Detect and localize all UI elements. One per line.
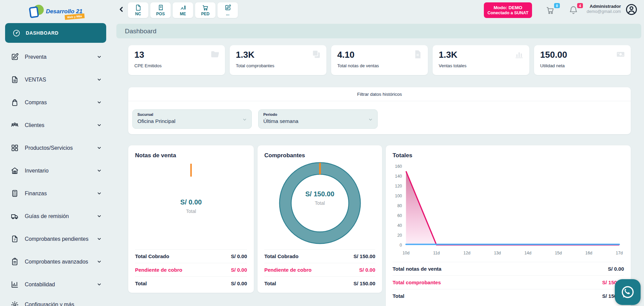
sidebar-item-label: Comprobantes pendientes	[25, 236, 91, 242]
sidebar-item-clientes[interactable]: Clientes	[0, 114, 111, 137]
pos-button[interactable]: POS	[150, 2, 171, 18]
comprobantes-donut-chart: S/ 150.00 Total	[279, 162, 361, 245]
sidebar-item-configuracion[interactable]: Configuración y más	[0, 296, 111, 306]
sidebar-item-label: VENTAS	[25, 77, 91, 83]
credit-note-icon	[135, 4, 142, 11]
user-menu[interactable]: Administrador demo@gmail.com	[575, 4, 621, 14]
sidebar-item-productos[interactable]: Productos/Servicios	[0, 137, 111, 159]
svg-text:0: 0	[400, 243, 402, 248]
chevron-down-icon	[97, 123, 102, 128]
topbar: NC POS ME PED ...	[111, 0, 644, 20]
summary-rows: Total CobradoS/ 0.00 Pendiente de cobroS…	[135, 249, 247, 290]
page-title-bar: Dashboard	[116, 24, 641, 38]
clipboard-icon	[11, 257, 19, 266]
totales-area-chart: 02040608010012014016010d11d12d13d14d15d1…	[393, 160, 624, 258]
donut-orange-tick	[190, 164, 192, 177]
sidebar-item-label: Productos/Servicios	[25, 145, 91, 151]
svg-text:120: 120	[395, 184, 402, 188]
svg-text:160: 160	[395, 164, 402, 169]
sucursal-label: Sucursal	[137, 112, 247, 116]
svg-text:15d: 15d	[555, 251, 562, 255]
gear-icon	[11, 301, 19, 306]
sidebar-item-preventa[interactable]: Preventa	[0, 46, 111, 68]
brand-logo-icon	[29, 4, 44, 19]
sidebar-item-comprobantes-avanzados[interactable]: Comprobantes avanzados	[0, 250, 111, 273]
action-label: ME	[180, 12, 186, 16]
summary-rows: Total CobradoS/ 150.00 Pendiente de cobr…	[264, 249, 375, 290]
svg-text:10d: 10d	[402, 251, 410, 255]
donut-center-label: Total	[135, 209, 247, 214]
sidebar-item-contabilidad[interactable]: Contabilidad	[0, 273, 111, 296]
sidebar-item-label: Comprobantes avanzados	[25, 259, 91, 265]
summary-row: Total CobradoS/ 150.00	[264, 249, 375, 263]
periodo-select[interactable]: Periodo Última semana	[258, 109, 378, 129]
nc-button[interactable]: NC	[128, 2, 148, 18]
stat-value: 1.3K	[439, 50, 523, 60]
row-label: Total	[135, 281, 147, 286]
row-label: Pendiente de cobro	[135, 267, 182, 273]
row-label: Total comprobantes	[393, 280, 441, 285]
me-button[interactable]: ME	[173, 2, 193, 18]
sidebar-item-compras[interactable]: Compras	[0, 91, 111, 114]
demo-mode-badge[interactable]: Modo: DEMO Conectado a SUNAT	[484, 2, 532, 18]
sidebar-item-finanzas[interactable]: Finanzas	[0, 182, 111, 205]
cart-button[interactable]: 0	[546, 5, 557, 17]
stat-label: Ventas totales	[439, 63, 523, 68]
sidebar: Desarrollo 21 Web y Más DASHBOARD Preven…	[0, 0, 111, 306]
quick-actions: NC POS ME PED ...	[128, 2, 238, 18]
periodo-label: Periodo	[263, 112, 373, 116]
chevron-down-icon	[97, 168, 102, 173]
action-label: PED	[201, 12, 210, 16]
row-label: Total	[264, 281, 276, 286]
whatsapp-button[interactable]	[615, 279, 641, 305]
banknote-icon	[616, 50, 625, 59]
svg-text:100: 100	[395, 194, 402, 198]
calculator-icon	[11, 189, 19, 198]
sidebar-item-label: Compras	[25, 100, 91, 106]
totales-card: Totales 02040608010012014016010d11d12d13…	[386, 145, 631, 306]
stat-card-cpe-emitidos: 13 CPE Emitidos	[128, 45, 225, 75]
row-label: Total	[393, 293, 404, 299]
more-button[interactable]: ...	[217, 2, 238, 18]
action-label: ...	[226, 12, 229, 16]
copy-icon	[311, 50, 321, 59]
summary-row: Pendiente de cobroS/ 0.00	[135, 263, 247, 276]
summary-rows: Total notas de ventaS/ 0.00 Total compro…	[393, 262, 624, 303]
sucursal-select[interactable]: Sucursal Oficina Principal	[132, 109, 252, 129]
notas-de-venta-card: Notas de venta S/ 0.00 Total Total Cobra…	[128, 145, 254, 293]
sidebar-item-ventas[interactable]: VENTAS	[0, 68, 111, 91]
action-label: NC	[135, 12, 141, 16]
stat-label: Total notas de ventas	[337, 63, 422, 68]
stat-value: 150.00	[540, 50, 625, 60]
stats-row: 13 CPE Emitidos 1.3K Total comprobantes …	[128, 45, 631, 75]
sidebar-item-comprobantes-pendientes[interactable]: ? Comprobantes pendientes	[0, 228, 111, 250]
avatar[interactable]	[625, 3, 638, 16]
sidebar-item-label: Contabilidad	[25, 282, 91, 288]
stat-label: CPE Emitidos	[134, 63, 219, 68]
file-text-icon	[11, 75, 19, 84]
sidebar-item-label: Clientes	[25, 122, 91, 128]
sidebar-active-label: DASHBOARD	[26, 30, 58, 36]
shopping-bag-icon	[11, 98, 19, 107]
sidebar-item-dashboard[interactable]: DASHBOARD	[5, 23, 106, 43]
app-root: Desarrollo 21 Web y Más DASHBOARD Preven…	[0, 0, 644, 306]
card-title: Notas de venta	[135, 152, 247, 159]
sidebar-item-guias[interactable]: Guías de remisión	[0, 205, 111, 228]
brand-logo[interactable]: Desarrollo 21 Web y Más	[0, 2, 111, 21]
sidebar-item-inventario[interactable]: Inventario	[0, 159, 111, 182]
row-value: S/ 0.00	[231, 267, 247, 273]
svg-text:12d: 12d	[463, 251, 471, 255]
stat-label: Total comprobantes	[236, 63, 320, 68]
svg-text:80: 80	[397, 203, 402, 208]
stat-label: Utilidad neta	[540, 63, 625, 68]
ped-button[interactable]: PED	[195, 2, 215, 18]
row-value: S/ 0.00	[608, 266, 624, 272]
receipt-icon	[157, 4, 164, 11]
row-value: S/ 0.00	[231, 281, 247, 286]
sidebar-item-label: Finanzas	[25, 191, 91, 197]
sidebar-item-label: Preventa	[25, 54, 91, 60]
comprobantes-card: Comprobantes S/ 150.00 Total Total Cobra…	[258, 145, 382, 293]
card-title: Totales	[393, 152, 624, 159]
svg-text:40: 40	[397, 223, 402, 228]
collapse-sidebar-button[interactable]	[117, 5, 126, 14]
